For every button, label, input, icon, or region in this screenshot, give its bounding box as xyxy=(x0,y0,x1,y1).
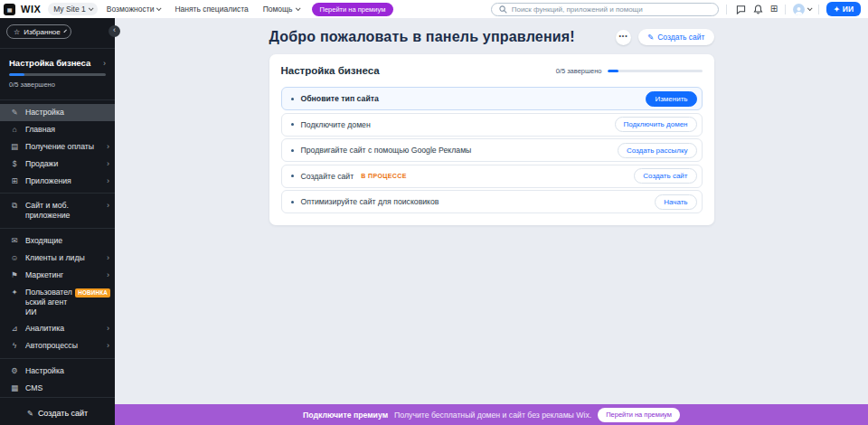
search-bar[interactable] xyxy=(491,3,719,16)
search-input[interactable] xyxy=(512,5,711,14)
sidebar-create-site-button[interactable]: ✎ Создать сайт xyxy=(0,401,115,425)
task-action-button[interactable]: Подключить домен xyxy=(615,117,697,132)
header-actions: ••• ✎ Создать сайт xyxy=(616,29,713,45)
card-progress-bar xyxy=(608,70,703,72)
top-nav-item-label: My Site 1 xyxy=(53,5,85,14)
chevron-right-icon: › xyxy=(102,253,109,262)
sidebar-item[interactable]: ⊿ Аналитика › xyxy=(0,320,115,337)
sidebar-item[interactable]: ☺ Клиенты и лиды › xyxy=(0,250,115,267)
analytics-icon: ⊿ xyxy=(9,324,20,333)
ai-agent-icon: ✦ xyxy=(9,288,20,297)
task-row[interactable]: Создайте сайт В ПРОЦЕССЕ Создать сайт xyxy=(281,165,703,188)
chevron-right-icon: › xyxy=(102,341,109,350)
task-action-button[interactable]: Изменить xyxy=(646,91,696,107)
search-icon xyxy=(499,5,507,14)
task-row[interactable]: Оптимизируйте сайт для поисковиков Начат… xyxy=(281,190,703,213)
task-row[interactable]: Обновите тип сайта Изменить xyxy=(281,87,703,110)
sidebar-item[interactable]: ⊞ Приложения › xyxy=(0,173,115,190)
apps-grid-icon[interactable]: ⊞ xyxy=(770,5,778,14)
account-menu[interactable] xyxy=(793,4,811,15)
sidebar-setup-header[interactable]: Настройка бизнеса › xyxy=(9,58,106,68)
sidebar-item[interactable]: ✉ Входящие xyxy=(0,232,115,250)
sidebar-item[interactable]: ⌂ Главная xyxy=(0,121,115,138)
automations-icon: ϟ xyxy=(9,341,20,350)
task-list: Обновите тип сайта Изменить Подключите д… xyxy=(281,87,703,213)
sidebar-progress-label: 0/5 завершено xyxy=(9,80,106,89)
sidebar-collapse-button[interactable]: ‹ xyxy=(108,25,120,37)
task-action-button[interactable]: Создать сайт xyxy=(634,168,696,184)
card-progress: 0/5 завершено xyxy=(556,67,703,75)
go-premium-button[interactable]: Перейти на премиум xyxy=(312,3,394,16)
welcome-header: Добро пожаловать в панель управления! ••… xyxy=(269,29,714,45)
chat-icon[interactable] xyxy=(736,5,746,14)
divider xyxy=(0,48,115,49)
chevron-right-icon: › xyxy=(102,324,109,333)
payments-icon: ▤ xyxy=(9,142,20,151)
main-area: Добро пожаловать в панель управления! ••… xyxy=(115,18,868,425)
divider xyxy=(0,397,115,398)
more-options-button[interactable]: ••• xyxy=(616,30,631,45)
sidebar: ☆ Избранное Настройка бизнеса › 0/5 заве… xyxy=(0,18,115,425)
sidebar-item-label: Главная xyxy=(25,125,109,135)
card-progress-label: 0/5 завершено xyxy=(556,67,602,75)
task-row[interactable]: Продвигайте сайт с помощью Google Реклам… xyxy=(281,138,703,162)
sidebar-progress-bar xyxy=(9,73,106,76)
chevron-right-icon: › xyxy=(102,159,109,168)
setup-icon: ✎ xyxy=(9,108,20,117)
sidebar-setup-title: Настройка бизнеса xyxy=(9,58,90,68)
divider xyxy=(0,358,115,359)
sidebar-item[interactable]: ϟ Автопроцессы › xyxy=(0,337,115,354)
settings-icon: ⚙ xyxy=(9,366,20,375)
task-row[interactable]: Подключите домен Подключить домен xyxy=(281,113,703,137)
sidebar-setup-section: Настройка бизнеса › 0/5 завершено xyxy=(0,52,115,96)
site-mobile-icon: ⧉ xyxy=(9,201,20,210)
sidebar-item[interactable]: ⧉ Сайт и моб. приложение › xyxy=(0,197,115,224)
task-label: Продвигайте сайт с помощью Google Реклам… xyxy=(301,146,472,155)
chevron-down-icon xyxy=(63,30,67,33)
favorites-dropdown[interactable]: ☆ Избранное xyxy=(6,24,71,39)
favorites-label: Избранное xyxy=(24,28,61,36)
divider xyxy=(785,5,786,14)
chevron-down-icon xyxy=(89,5,94,11)
notifications-bell-icon[interactable] xyxy=(753,5,763,14)
sidebar-item[interactable]: ⚙ Настройка xyxy=(0,363,115,380)
inbox-icon: ✉ xyxy=(9,236,20,245)
top-icon-group: ⊞ xyxy=(736,5,778,14)
top-nav-item[interactable]: Возможности xyxy=(101,3,166,15)
page-title: Добро пожаловать в панель управления! xyxy=(269,29,575,45)
sidebar-item-label: Получение оплаты xyxy=(25,142,97,152)
card-title: Настройка бизнеса xyxy=(281,65,380,76)
chevron-down-icon xyxy=(156,5,162,11)
top-nav-item[interactable]: Помощь xyxy=(258,3,305,15)
wix-logo[interactable]: ▦ WIX xyxy=(4,4,41,15)
sidebar-item-label: Пользовательский агент ИИ xyxy=(25,288,72,317)
task-action-button[interactable]: Начать xyxy=(655,194,696,210)
chevron-right-icon: › xyxy=(102,201,109,210)
create-site-button[interactable]: ✎ Создать сайт xyxy=(638,29,713,45)
task-action-button[interactable]: Создать рассылку xyxy=(618,143,697,158)
top-nav-item-label: Возможности xyxy=(107,5,155,14)
banner-premium-button[interactable]: Перейти на премиум xyxy=(598,408,680,422)
sidebar-item[interactable]: ▤ Получение оплаты › xyxy=(0,138,115,156)
sparkle-icon: ✦ xyxy=(834,5,840,14)
sidebar-item[interactable]: ⚑ Маркетинг › xyxy=(0,267,115,284)
sidebar-progress-fill xyxy=(9,73,24,76)
sidebar-item[interactable]: ▦ CMS xyxy=(0,380,115,393)
wix-wordmark: WIX xyxy=(21,4,41,14)
bullet-icon xyxy=(291,98,294,100)
sidebar-item-label: Клиенты и лиды xyxy=(25,253,97,263)
sidebar-create-site-label: Создать сайт xyxy=(38,409,88,418)
app-body: ‹ ☆ Избранное Настройка бизнеса › 0/5 за… xyxy=(0,18,868,425)
sidebar-item[interactable]: $ Продажи › xyxy=(0,156,115,173)
top-nav-item[interactable]: My Site 1 xyxy=(48,3,97,15)
top-nav-item[interactable]: Нанять специалиста xyxy=(169,3,253,15)
cms-icon: ▦ xyxy=(9,383,20,392)
new-badge: НОВИНКА xyxy=(75,288,110,298)
sidebar-item-label: Маркетинг xyxy=(25,270,97,280)
sidebar-item[interactable]: ✎ Настройка xyxy=(0,104,115,121)
ai-assistant-button[interactable]: ✦ ИИ xyxy=(826,2,861,16)
main-content: Добро пожаловать в панель управления! ••… xyxy=(115,18,868,404)
bullet-icon xyxy=(291,201,294,203)
sidebar-item[interactable]: ✦ Пользовательский агент ИИ НОВИНКА xyxy=(0,284,115,321)
task-label: Подключите домен xyxy=(301,120,371,129)
